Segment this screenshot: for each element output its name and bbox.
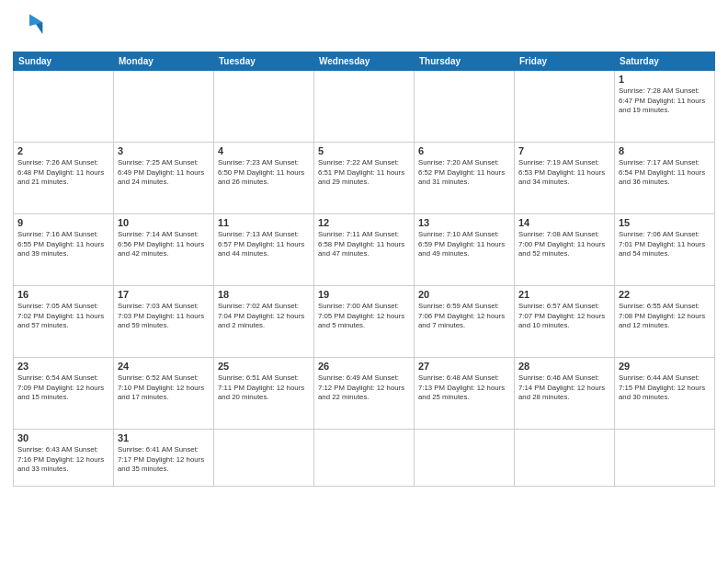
day-number: 9 <box>17 217 109 228</box>
day-info: Sunrise: 7:06 AM Sunset: 7:01 PM Dayligh… <box>619 230 711 259</box>
day-info: Sunrise: 6:54 AM Sunset: 7:09 PM Dayligh… <box>17 373 109 403</box>
calendar-cell: 1Sunrise: 7:28 AM Sunset: 6:47 PM Daylig… <box>615 71 715 143</box>
day-info: Sunrise: 7:02 AM Sunset: 7:04 PM Dayligh… <box>218 302 310 331</box>
calendar-cell <box>14 71 114 143</box>
calendar-cell: 19Sunrise: 7:00 AM Sunset: 7:05 PM Dayli… <box>314 286 415 358</box>
day-info: Sunrise: 7:25 AM Sunset: 6:49 PM Dayligh… <box>118 158 210 188</box>
calendar-col-sunday: Sunday <box>14 52 114 71</box>
day-number: 6 <box>418 145 510 156</box>
calendar-week-2: 2Sunrise: 7:26 AM Sunset: 6:48 PM Daylig… <box>14 143 715 214</box>
calendar-cell: 5Sunrise: 7:22 AM Sunset: 6:51 PM Daylig… <box>314 143 415 214</box>
calendar-cell <box>214 430 314 487</box>
calendar-week-4: 16Sunrise: 7:05 AM Sunset: 7:02 PM Dayli… <box>14 286 715 358</box>
calendar-cell: 11Sunrise: 7:13 AM Sunset: 6:57 PM Dayli… <box>214 214 314 286</box>
day-info: Sunrise: 7:16 AM Sunset: 6:55 PM Dayligh… <box>17 230 109 259</box>
day-number: 22 <box>619 289 711 300</box>
calendar-cell: 2Sunrise: 7:26 AM Sunset: 6:48 PM Daylig… <box>14 143 114 214</box>
day-number: 16 <box>17 289 109 300</box>
calendar-cell: 25Sunrise: 6:51 AM Sunset: 7:11 PM Dayli… <box>214 358 314 430</box>
day-number: 29 <box>619 361 711 372</box>
day-number: 30 <box>17 432 109 443</box>
calendar-week-3: 9Sunrise: 7:16 AM Sunset: 6:55 PM Daylig… <box>14 214 715 286</box>
day-info: Sunrise: 7:05 AM Sunset: 7:02 PM Dayligh… <box>17 302 109 331</box>
calendar-cell: 22Sunrise: 6:55 AM Sunset: 7:08 PM Dayli… <box>615 286 715 358</box>
calendar-cell: 23Sunrise: 6:54 AM Sunset: 7:09 PM Dayli… <box>14 358 114 430</box>
day-number: 10 <box>118 217 210 228</box>
calendar-cell: 16Sunrise: 7:05 AM Sunset: 7:02 PM Dayli… <box>14 286 114 358</box>
calendar-cell <box>615 430 715 487</box>
calendar-cell: 30Sunrise: 6:43 AM Sunset: 7:16 PM Dayli… <box>14 430 114 487</box>
calendar-week-6: 30Sunrise: 6:43 AM Sunset: 7:16 PM Dayli… <box>14 430 715 487</box>
day-number: 12 <box>318 217 410 228</box>
day-info: Sunrise: 7:28 AM Sunset: 6:47 PM Dayligh… <box>619 86 711 116</box>
day-info: Sunrise: 6:49 AM Sunset: 7:12 PM Dayligh… <box>318 373 410 403</box>
calendar-cell: 10Sunrise: 7:14 AM Sunset: 6:56 PM Dayli… <box>114 214 214 286</box>
calendar-week-1: 1Sunrise: 7:28 AM Sunset: 6:47 PM Daylig… <box>14 71 715 143</box>
page: SundayMondayTuesdayWednesdayThursdayFrid… <box>0 0 728 563</box>
calendar-cell <box>314 430 415 487</box>
day-info: Sunrise: 7:22 AM Sunset: 6:51 PM Dayligh… <box>318 158 410 188</box>
day-number: 4 <box>218 145 310 156</box>
day-number: 14 <box>518 217 610 228</box>
day-number: 20 <box>418 289 510 300</box>
calendar-cell: 4Sunrise: 7:23 AM Sunset: 6:50 PM Daylig… <box>214 143 314 214</box>
day-info: Sunrise: 7:26 AM Sunset: 6:48 PM Dayligh… <box>17 158 109 188</box>
calendar-cell: 6Sunrise: 7:20 AM Sunset: 6:52 PM Daylig… <box>415 143 515 214</box>
calendar-cell <box>515 430 615 487</box>
calendar-col-saturday: Saturday <box>615 52 715 71</box>
calendar-cell: 13Sunrise: 7:10 AM Sunset: 6:59 PM Dayli… <box>415 214 515 286</box>
calendar-cell: 15Sunrise: 7:06 AM Sunset: 7:01 PM Dayli… <box>615 214 715 286</box>
day-info: Sunrise: 6:48 AM Sunset: 7:13 PM Dayligh… <box>418 373 510 403</box>
calendar-col-tuesday: Tuesday <box>214 52 314 71</box>
day-info: Sunrise: 7:08 AM Sunset: 7:00 PM Dayligh… <box>518 230 610 259</box>
day-number: 7 <box>518 145 610 156</box>
calendar-col-thursday: Thursday <box>415 52 515 71</box>
calendar-cell <box>114 71 214 143</box>
day-number: 1 <box>619 74 711 85</box>
logo <box>13 11 50 44</box>
calendar-col-monday: Monday <box>114 52 214 71</box>
day-number: 5 <box>318 145 410 156</box>
calendar-cell: 9Sunrise: 7:16 AM Sunset: 6:55 PM Daylig… <box>14 214 114 286</box>
calendar-cell: 8Sunrise: 7:17 AM Sunset: 6:54 PM Daylig… <box>615 143 715 214</box>
calendar-cell: 24Sunrise: 6:52 AM Sunset: 7:10 PM Dayli… <box>114 358 214 430</box>
calendar-cell: 21Sunrise: 6:57 AM Sunset: 7:07 PM Dayli… <box>515 286 615 358</box>
day-info: Sunrise: 7:20 AM Sunset: 6:52 PM Dayligh… <box>418 158 510 188</box>
calendar-cell <box>214 71 314 143</box>
calendar-cell <box>314 71 415 143</box>
calendar-cell: 18Sunrise: 7:02 AM Sunset: 7:04 PM Dayli… <box>214 286 314 358</box>
day-number: 21 <box>518 289 610 300</box>
calendar-cell: 14Sunrise: 7:08 AM Sunset: 7:00 PM Dayli… <box>515 214 615 286</box>
day-number: 17 <box>118 289 210 300</box>
day-info: Sunrise: 6:57 AM Sunset: 7:07 PM Dayligh… <box>518 302 610 331</box>
day-number: 18 <box>218 289 310 300</box>
day-number: 15 <box>619 217 711 228</box>
calendar-cell <box>515 71 615 143</box>
day-info: Sunrise: 7:13 AM Sunset: 6:57 PM Dayligh… <box>218 230 310 259</box>
day-number: 27 <box>418 361 510 372</box>
day-info: Sunrise: 7:00 AM Sunset: 7:05 PM Dayligh… <box>318 302 410 331</box>
day-info: Sunrise: 7:14 AM Sunset: 6:56 PM Dayligh… <box>118 230 210 259</box>
calendar-table: SundayMondayTuesdayWednesdayThursdayFrid… <box>13 52 715 487</box>
day-number: 3 <box>118 145 210 156</box>
day-info: Sunrise: 6:52 AM Sunset: 7:10 PM Dayligh… <box>118 373 210 403</box>
calendar-cell: 17Sunrise: 7:03 AM Sunset: 7:03 PM Dayli… <box>114 286 214 358</box>
calendar-cell: 31Sunrise: 6:41 AM Sunset: 7:17 PM Dayli… <box>114 430 214 487</box>
calendar-cell: 29Sunrise: 6:44 AM Sunset: 7:15 PM Dayli… <box>615 358 715 430</box>
day-info: Sunrise: 6:46 AM Sunset: 7:14 PM Dayligh… <box>518 373 610 403</box>
calendar-cell: 28Sunrise: 6:46 AM Sunset: 7:14 PM Dayli… <box>515 358 615 430</box>
day-info: Sunrise: 7:17 AM Sunset: 6:54 PM Dayligh… <box>619 158 711 188</box>
calendar-header-row: SundayMondayTuesdayWednesdayThursdayFrid… <box>14 52 715 71</box>
day-number: 25 <box>218 361 310 372</box>
day-number: 19 <box>318 289 410 300</box>
header <box>13 11 715 44</box>
day-number: 28 <box>518 361 610 372</box>
day-number: 2 <box>17 145 109 156</box>
calendar-col-friday: Friday <box>515 52 615 71</box>
calendar-col-wednesday: Wednesday <box>314 52 415 71</box>
day-info: Sunrise: 7:19 AM Sunset: 6:53 PM Dayligh… <box>518 158 610 188</box>
day-number: 31 <box>118 432 210 443</box>
day-info: Sunrise: 6:59 AM Sunset: 7:06 PM Dayligh… <box>418 302 510 331</box>
day-info: Sunrise: 7:23 AM Sunset: 6:50 PM Dayligh… <box>218 158 310 188</box>
day-info: Sunrise: 6:43 AM Sunset: 7:16 PM Dayligh… <box>17 445 109 475</box>
